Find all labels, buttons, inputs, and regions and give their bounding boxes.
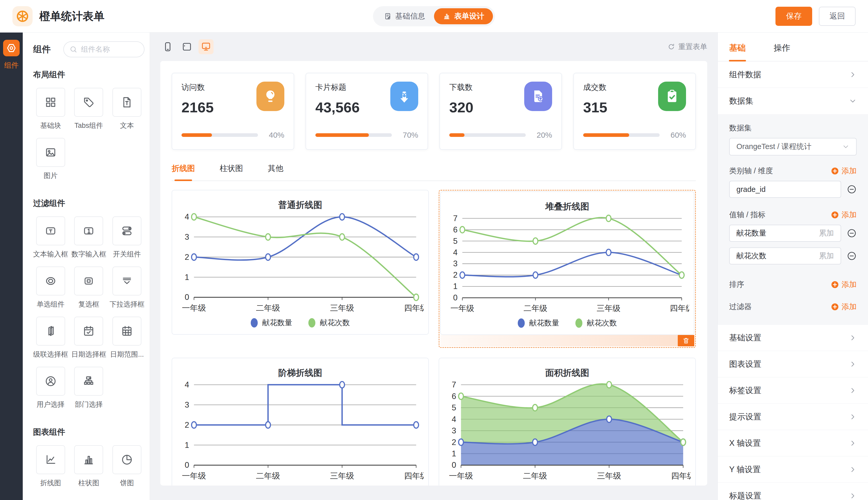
metric-field-row: 献花次数 累加 <box>729 247 857 264</box>
component-card-switch[interactable]: 开关组件 <box>109 216 144 264</box>
back-button[interactable]: 返回 <box>819 7 856 26</box>
dimension-field[interactable]: grade_id <box>729 181 841 198</box>
settings-row-label: Y 轴设置 <box>729 464 761 475</box>
add-dimension-button[interactable]: 添加 <box>831 166 857 176</box>
settings-row-X 轴设置[interactable]: X 轴设置 <box>718 430 868 456</box>
svg-text:4: 4 <box>453 248 457 257</box>
component-card-pie-chart[interactable]: 饼图 <box>109 445 144 493</box>
settings-row-label: 基础设置 <box>729 332 761 343</box>
settings-row-提示设置[interactable]: 提示设置 <box>718 404 868 430</box>
metric-agg-badge: 累加 <box>819 228 834 238</box>
add-filter-button[interactable]: 添加 <box>831 302 857 312</box>
stat-card[interactable]: 卡片标题 43,566 70% <box>305 73 428 150</box>
stat-card[interactable]: 成交数 315 60% <box>573 73 696 150</box>
tab-basic-info[interactable]: 基础信息 <box>375 8 434 24</box>
legend-item[interactable]: 献花次数 <box>308 318 350 328</box>
chevron-right-icon <box>849 71 857 79</box>
component-card-date-range[interactable]: 日期范围... <box>109 317 144 365</box>
chevron-down-icon <box>842 143 849 150</box>
chart-widget-堆叠折线图[interactable]: 堆叠折线图 01234567一年级二年级三年级四年级 献花数量献花次数 <box>439 190 696 348</box>
add-sort-button[interactable]: 添加 <box>831 280 857 290</box>
remove-dimension-icon[interactable] <box>847 184 857 194</box>
chart-tab-柱状图[interactable]: 柱状图 <box>220 163 243 181</box>
tab-form-design[interactable]: 表单设计 <box>434 8 493 24</box>
svg-text:4: 4 <box>185 380 189 389</box>
component-card-text-input[interactable]: 文本输入框 <box>33 216 68 264</box>
metric-field[interactable]: 献花数量 累加 <box>729 225 841 242</box>
chevron-right-icon <box>849 387 857 394</box>
component-card-bar-chart[interactable]: 柱状图 <box>71 445 107 493</box>
settings-row-Y 轴设置[interactable]: Y 轴设置 <box>718 456 868 483</box>
component-card-radio[interactable]: 单选组件 <box>33 266 68 315</box>
chevron-right-icon <box>849 439 857 447</box>
chart-tab-折线图[interactable]: 折线图 <box>171 163 195 181</box>
tab-form-design-label: 表单设计 <box>454 11 484 21</box>
date-range-icon <box>121 325 133 337</box>
search-input[interactable] <box>80 45 138 54</box>
settings-row-标题设置[interactable]: 标题设置 <box>718 483 868 500</box>
chart-tab-其他[interactable]: 其他 <box>268 163 283 181</box>
component-data-row[interactable]: 组件数据 <box>718 61 868 88</box>
chart-widget-阶梯折线图[interactable]: 阶梯折线图 01234一年级二年级三年级四年级 献花数量 <box>171 358 429 486</box>
svg-text:2: 2 <box>185 253 189 262</box>
metric-field[interactable]: 献花次数 累加 <box>729 247 841 264</box>
form-doc-icon <box>384 12 392 20</box>
component-card-image[interactable]: 图片 <box>33 138 68 186</box>
svg-text:4: 4 <box>185 212 189 221</box>
component-search[interactable] <box>63 41 144 57</box>
device-toggle-tablet[interactable] <box>179 39 194 54</box>
sidebar-section-title: 布局组件 <box>33 69 144 80</box>
legend-item[interactable]: 献花数量 <box>251 318 292 328</box>
dataset-select[interactable]: OrangeTest / 课程统计 <box>729 138 857 156</box>
stat-percent-label: 20% <box>533 131 552 139</box>
delete-widget-button[interactable] <box>678 335 694 346</box>
component-card-grid[interactable]: 基础块 <box>33 88 68 136</box>
stat-card[interactable]: 下载数 320 20% <box>439 73 562 150</box>
svg-text:2: 2 <box>453 270 457 280</box>
component-card-label: Tabs组件 <box>75 121 103 130</box>
dataset-group-row[interactable]: 数据集 <box>718 88 868 114</box>
props-tab-basic[interactable]: 基础 <box>729 33 746 61</box>
remove-metric-icon[interactable] <box>847 251 857 261</box>
device-toggle-desktop[interactable] <box>199 39 213 54</box>
settings-row-基础设置[interactable]: 基础设置 <box>718 325 868 351</box>
component-card-checkbox[interactable]: 复选框 <box>71 266 107 315</box>
component-card-select[interactable]: 下拉选择框 <box>109 266 144 315</box>
add-metric-button[interactable]: 添加 <box>831 210 857 220</box>
component-card-label: 数字输入框 <box>71 249 106 259</box>
svg-text:一年级: 一年级 <box>449 471 473 480</box>
props-tab-action[interactable]: 操作 <box>774 33 790 61</box>
component-card-dept[interactable]: 部门选择 <box>71 367 107 415</box>
svg-text:1: 1 <box>453 282 457 291</box>
stat-percent-label: 60% <box>666 131 686 139</box>
stat-card[interactable]: 访问数 2165 40% <box>171 73 294 150</box>
value-axis-label: 值轴 / 指标 <box>729 210 765 220</box>
phone-icon <box>162 41 173 52</box>
settings-row-标签设置[interactable]: 标签设置 <box>718 377 868 404</box>
legend-item[interactable]: 献花数量 <box>518 318 559 328</box>
device-toggle-phone[interactable] <box>160 39 175 54</box>
reset-form-button[interactable]: 重置表单 <box>667 42 707 52</box>
component-card-label: 文本输入框 <box>33 249 68 259</box>
chevron-right-icon <box>849 492 857 500</box>
chart-plot: 01234567一年级二年级三年级四年级 <box>445 214 689 317</box>
chart-widget-普通折线图[interactable]: 普通折线图 01234一年级二年级三年级四年级 献花数量献花次数 <box>171 190 429 335</box>
remove-metric-icon[interactable] <box>847 228 857 238</box>
legend-item[interactable]: 献花次数 <box>575 318 617 328</box>
component-card-number-input[interactable]: 数字输入框 <box>71 216 107 264</box>
rail-item-components[interactable] <box>3 40 20 56</box>
component-card-cascade[interactable]: 级联选择框 <box>33 317 68 365</box>
component-card-tag[interactable]: Tabs组件 <box>71 88 107 136</box>
bulb-icon <box>256 82 284 111</box>
left-rail: 组件 <box>0 33 23 500</box>
component-card-text-doc[interactable]: 文本 <box>109 88 144 136</box>
form-canvas[interactable]: 访问数 2165 40% 卡片标题 43,566 70% 下载数 320 20%… <box>160 61 707 486</box>
component-card-date[interactable]: 日期选择框 <box>71 317 107 365</box>
chart-widget-面积折线图[interactable]: 面积折线图 01234567一年级二年级三年级四年级 献花数量献花次数 <box>439 358 696 486</box>
component-card-user[interactable]: 用户选择 <box>33 367 68 415</box>
svg-text:四年级: 四年级 <box>670 304 689 313</box>
settings-row-label: X 轴设置 <box>729 438 761 448</box>
save-button[interactable]: 保存 <box>776 7 812 26</box>
settings-row-图表设置[interactable]: 图表设置 <box>718 351 868 377</box>
component-card-line-chart[interactable]: 折线图 <box>33 445 68 493</box>
